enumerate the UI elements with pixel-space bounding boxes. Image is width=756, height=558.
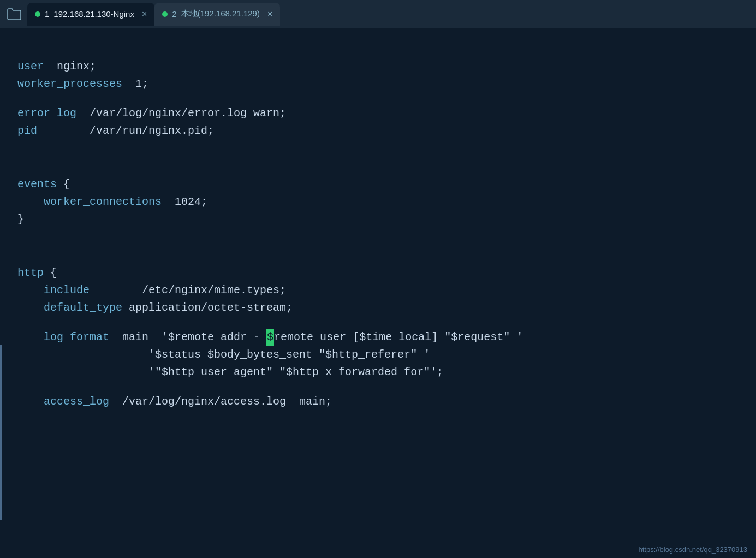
code-line-empty-9: [17, 381, 739, 393]
code-line-empty-5: [17, 228, 739, 240]
code-line-pid: pid /var/run/nginx.pid;: [17, 122, 739, 140]
code-line-log-format: log_format main '$remote_addr - $remote_…: [17, 329, 739, 346]
kw-default-type: default_type: [44, 299, 122, 317]
code-line-empty-1: [17, 93, 739, 105]
code-line-empty-3: [17, 152, 739, 164]
kw-http: http: [17, 264, 44, 282]
code-line-empty-6: [17, 240, 739, 252]
code-line-default-type: default_type application/octet-stream;: [17, 299, 739, 317]
kw-include: include: [44, 282, 90, 299]
code-line-http: http {: [17, 264, 739, 282]
kw-error-log: error_log: [17, 105, 76, 122]
code-line-include: include /etc/nginx/mime.types;: [17, 282, 739, 299]
tab-bar-folder-icon: [4, 4, 24, 24]
kw-access-log: access_log: [44, 393, 109, 411]
tab-2[interactable]: 2 本地(192.168.21.129) ×: [154, 3, 280, 26]
tab-2-label: 本地(192.168.21.129): [181, 9, 260, 19]
tab-1[interactable]: 1 192.168.21.130-Nginx ×: [27, 3, 154, 26]
kw-worker-connections: worker_connections: [44, 193, 162, 211]
tab-2-close[interactable]: ×: [267, 10, 272, 19]
status-url: https://blog.csdn.net/qq_32370913: [639, 545, 748, 554]
kw-worker-processes: worker_processes: [17, 75, 122, 93]
code-line-access-log: access_log /var/log/nginx/access.log mai…: [17, 393, 739, 411]
tab-1-label: 192.168.21.130-Nginx: [53, 9, 134, 19]
kw-pid: pid: [17, 122, 37, 140]
tab-1-number: 1: [45, 9, 49, 19]
cursor-highlight: $: [266, 329, 274, 346]
code-line-events: events {: [17, 176, 739, 193]
code-line-empty-8: [17, 317, 739, 329]
code-line-error-log: error_log /var/log/nginx/error.log warn;: [17, 105, 739, 122]
kw-log-format: log_format: [44, 329, 109, 346]
code-line-user: user nginx;: [17, 58, 739, 75]
code-line-empty-7: [17, 252, 739, 264]
tab-1-close[interactable]: ×: [142, 10, 147, 19]
tab-2-dot: [162, 11, 168, 17]
code-line-worker-processes: worker_processes 1;: [17, 75, 739, 93]
code-line-empty-4: [17, 164, 739, 176]
code-line-1: [17, 46, 739, 58]
tab-bar: 1 192.168.21.130-Nginx × 2 本地(192.168.21…: [0, 0, 756, 28]
left-border: [0, 345, 2, 520]
kw-events: events: [17, 176, 57, 193]
tab-2-number: 2: [172, 9, 176, 19]
code-line-empty-2: [17, 140, 739, 152]
code-line-close-events: }: [17, 211, 739, 228]
tab-1-dot: [35, 11, 40, 17]
code-line-log-format-2: '$status $body_bytes_sent "$http_referer…: [17, 346, 739, 364]
kw-user: user: [17, 58, 44, 75]
code-line-worker-connections: worker_connections 1024;: [17, 193, 739, 211]
code-line-log-format-3: '"$http_user_agent" "$http_x_forwarded_f…: [17, 364, 739, 381]
code-editor: user nginx; worker_processes 1; error_lo…: [0, 28, 756, 558]
